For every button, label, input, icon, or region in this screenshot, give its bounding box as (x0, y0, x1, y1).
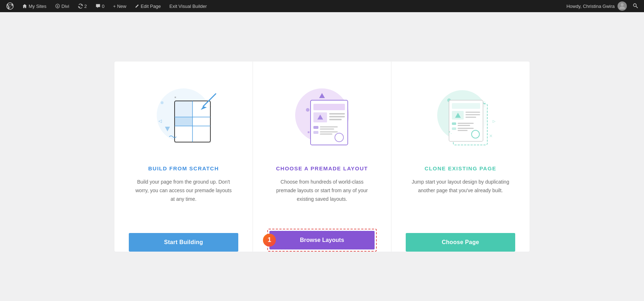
clone-card: ○ ▷ ✕ (391, 62, 530, 251)
svg-rect-35 (313, 126, 318, 129)
svg-rect-54 (465, 114, 480, 115)
svg-rect-37 (320, 128, 334, 130)
comment-icon (96, 4, 101, 9)
svg-point-2 (621, 3, 624, 6)
exit-builder-label: Exit Visual Builder (170, 4, 207, 9)
svg-rect-56 (452, 122, 456, 125)
svg-rect-40 (320, 133, 332, 135)
browse-layouts-button[interactable]: 1 Browse Layouts (269, 231, 375, 249)
divi-icon: D (55, 4, 60, 9)
edit-page-label: Edit Page (141, 4, 161, 9)
svg-rect-39 (320, 131, 338, 132)
comments-label: 0 (102, 4, 104, 9)
svg-rect-27 (308, 131, 309, 133)
svg-rect-36 (320, 126, 338, 127)
my-sites-label: My Sites (29, 4, 47, 9)
cards-container: ◇ ✕ ◁ (114, 62, 530, 251)
scratch-card: ◇ ✕ ◁ (114, 62, 253, 251)
browse-layouts-label: Browse Layouts (300, 237, 344, 243)
search-button[interactable] (630, 3, 641, 10)
svg-rect-55 (465, 117, 476, 118)
svg-rect-64 (451, 133, 452, 134)
avatar-image (618, 2, 626, 10)
avatar (618, 1, 627, 11)
svg-rect-17 (175, 117, 192, 126)
svg-rect-33 (329, 116, 345, 117)
exit-builder-item[interactable]: Exit Visual Builder (166, 0, 211, 12)
clone-footer: Choose Page (406, 222, 515, 252)
new-label: + New (113, 4, 126, 9)
premade-title: CHOOSE A PREMADE LAYOUT (276, 165, 368, 171)
svg-point-6 (161, 101, 164, 104)
premade-description: Choose from hundreds of world-class prem… (272, 178, 372, 203)
comments-item[interactable]: 0 (92, 0, 108, 12)
svg-rect-63 (449, 131, 450, 132)
browse-layouts-wrapper: 1 Browse Layouts (267, 229, 377, 252)
svg-rect-32 (329, 113, 345, 115)
choose-page-button[interactable]: Choose Page (406, 233, 515, 252)
admin-bar: My Sites D Divi 2 0 + New Edit Page Exit… (0, 0, 644, 12)
clone-description: Jump start your layout design by duplica… (410, 178, 511, 208)
svg-rect-61 (458, 130, 468, 131)
svg-point-3 (633, 4, 636, 6)
main-content: ◇ ✕ ◁ (0, 12, 644, 301)
admin-bar-right: Howdy, Christina Gwira (566, 1, 641, 11)
svg-rect-57 (458, 123, 474, 124)
svg-rect-58 (458, 125, 470, 126)
edit-icon (135, 4, 139, 8)
svg-rect-18 (175, 101, 192, 117)
svg-rect-11 (175, 97, 176, 98)
edit-page-item[interactable]: Edit Page (131, 0, 164, 12)
badge-number: 1 (263, 234, 276, 247)
svg-line-4 (636, 6, 638, 8)
clone-title: CLONE EXISTING PAGE (425, 165, 497, 171)
premade-card: ✕ (253, 62, 391, 251)
svg-text:D: D (57, 5, 59, 8)
svg-rect-34 (329, 119, 342, 120)
premade-illustration: ✕ (279, 76, 365, 155)
home-icon (22, 4, 27, 9)
wordpress-icon (6, 3, 14, 10)
updates-item[interactable]: 2 (74, 0, 91, 12)
admin-bar-left: My Sites D Divi 2 0 + New Edit Page Exit… (3, 0, 566, 12)
start-building-button[interactable]: Start Building (129, 233, 238, 252)
svg-rect-50 (452, 103, 480, 109)
divi-item[interactable]: D Divi (52, 0, 73, 12)
svg-point-24 (306, 108, 309, 112)
svg-rect-53 (465, 112, 480, 113)
svg-rect-38 (313, 131, 318, 134)
premade-footer: 1 Browse Layouts (267, 218, 377, 252)
wp-logo-item[interactable] (3, 0, 17, 12)
scratch-title: BUILD FROM SCRATCH (148, 165, 219, 171)
search-icon (633, 3, 638, 9)
updates-label: 2 (84, 4, 87, 9)
svg-text:▷: ▷ (493, 119, 496, 123)
sync-icon (78, 4, 83, 9)
new-item[interactable]: + New (109, 0, 130, 12)
my-sites-item[interactable]: My Sites (19, 0, 50, 12)
svg-text:✕: ✕ (489, 133, 493, 139)
user-greeting: Howdy, Christina Gwira (566, 4, 615, 9)
svg-rect-59 (452, 127, 456, 130)
svg-text:◁: ◁ (158, 118, 162, 123)
scratch-illustration: ◇ ✕ ◁ (141, 76, 226, 155)
scratch-description: Build your page from the ground up. Don'… (133, 178, 234, 208)
divi-label: Divi (62, 4, 69, 9)
svg-rect-60 (458, 128, 474, 129)
scratch-footer: Start Building (129, 222, 238, 252)
svg-rect-29 (313, 104, 345, 110)
clone-illustration: ○ ▷ ✕ (418, 76, 503, 155)
